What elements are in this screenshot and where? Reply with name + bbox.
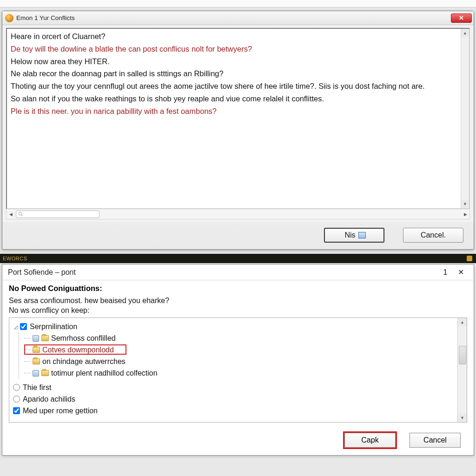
- background-app-label: EWORCS: [3, 256, 27, 261]
- window-icon: [358, 232, 366, 238]
- text-content[interactable]: Heare in orcert of Cluarnet? De toy will…: [7, 29, 461, 208]
- close-icon: ✕: [458, 268, 464, 276]
- folder-icon: [41, 370, 49, 376]
- root-checkbox[interactable]: [20, 323, 27, 330]
- close-button[interactable]: ✕: [452, 268, 469, 277]
- text-line: De toy will the dowline a blatle the can…: [11, 43, 457, 55]
- close-icon: ✕: [459, 14, 464, 21]
- option-row[interactable]: Med uper rome gettion: [13, 405, 454, 416]
- folder-icon: [33, 358, 40, 364]
- tree-item-label: totimur plent nadhillod colfection: [51, 369, 158, 377]
- search-icon: [18, 212, 23, 217]
- tree-item[interactable]: totimur plent nadhillod colfection: [13, 367, 454, 379]
- ok-label: Capk: [361, 436, 378, 444]
- ok-button[interactable]: Capk: [344, 433, 396, 448]
- titlebar[interactable]: Port Sofiende – pont 1 ✕: [2, 264, 474, 280]
- text-line: Helow now area they HITER.: [11, 56, 457, 67]
- heading: No Powed Coniguattions:: [9, 284, 467, 293]
- tree-item[interactable]: Cotves dowmponlodd: [13, 344, 454, 356]
- cancel-label: Cancel: [423, 436, 447, 444]
- option-radio[interactable]: [13, 384, 20, 391]
- text-line: Thoting aur the toy your cennflugl out a…: [11, 80, 457, 92]
- horizontal-scrollbar[interactable]: ◀ ▶: [6, 209, 470, 219]
- config-tree[interactable]: ◿ Serprnilination Semrhoss conflilled Co…: [9, 318, 457, 422]
- background-app-bar: EWORCS: [0, 254, 476, 263]
- cancel-button[interactable]: Cancel: [410, 433, 461, 448]
- tree-item-label: on chindage autwerrches: [42, 357, 126, 366]
- dialog-body: Heare in orcert of Cluarnet? De toy will…: [2, 25, 474, 222]
- ok-label: Nis: [344, 231, 355, 239]
- scroll-up-icon[interactable]: ▲: [458, 318, 467, 326]
- tree-root[interactable]: ◿ Serprnilination: [13, 321, 454, 332]
- scroll-right-icon[interactable]: ▶: [461, 209, 469, 219]
- option-radio[interactable]: [13, 396, 20, 403]
- text-line: Ple is it this neer. you in narica pabil…: [11, 106, 457, 117]
- node-icon: [33, 370, 39, 377]
- scroll-thumb[interactable]: [459, 346, 466, 364]
- scroll-down-icon[interactable]: ▼: [458, 414, 467, 422]
- scroll-up-icon[interactable]: ▲: [461, 29, 469, 37]
- tree-box: ◿ Serprnilination Semrhoss conflilled Co…: [9, 317, 467, 423]
- port-dialog: Port Sofiende – pont 1 ✕ No Powed Conigu…: [2, 264, 474, 456]
- text-line: So alan not if you the wake reathings to…: [11, 93, 457, 105]
- button-row: Nis Cancel.: [2, 222, 474, 249]
- scroll-left-icon[interactable]: ◀: [7, 209, 15, 219]
- collapse-icon[interactable]: ◿: [13, 324, 18, 329]
- text-pane: Heare in orcert of Cluarnet? De toy will…: [6, 28, 470, 209]
- option-label: Med uper rome gettion: [23, 407, 98, 415]
- tree-item-label: Cotves dowmponlodd: [42, 346, 114, 354]
- window-title: Port Sofiende – pont: [8, 268, 438, 277]
- button-row: Capk Cancel: [2, 426, 474, 455]
- option-label: Aparido achilids: [23, 395, 75, 403]
- svg-line-1: [21, 215, 23, 216]
- tree-item-label: Semrhoss conflilled: [51, 334, 116, 343]
- vertical-scrollbar[interactable]: ▲ ▼: [457, 318, 467, 422]
- folder-icon: [41, 335, 49, 341]
- text-line: Ne alab recor the doannag part in salled…: [11, 68, 457, 79]
- titlebar[interactable]: Emon 1 Yur Conflicts ✕: [2, 11, 474, 25]
- conflicts-dialog: Emon 1 Yur Conflicts ✕ Heare in orcert o…: [2, 11, 474, 250]
- option-row[interactable]: Thie first: [13, 382, 454, 393]
- scroll-down-icon[interactable]: ▼: [461, 200, 469, 208]
- tree-root-label: Serprnilination: [30, 323, 77, 331]
- option-row[interactable]: Aparido achilids: [13, 393, 454, 405]
- svg-point-0: [19, 212, 21, 215]
- tree-item[interactable]: on chindage autwerrches: [13, 356, 454, 367]
- option-checkbox[interactable]: [13, 407, 20, 414]
- sub-text: No ws cornflicy on keep:: [9, 306, 467, 315]
- cancel-label: Cancel.: [421, 231, 446, 239]
- window-count: 1: [438, 268, 452, 277]
- cancel-button[interactable]: Cancel.: [403, 228, 463, 243]
- parent-tab-strip: [0, 0, 476, 7]
- search-input[interactable]: [16, 211, 99, 218]
- folder-icon: [33, 347, 40, 353]
- sub-text: Ses arsa confioumost. hew beaised you eh…: [9, 297, 467, 305]
- window-title: Emon 1 Yur Conflicts: [16, 14, 451, 21]
- vertical-scrollbar[interactable]: ▲ ▼: [461, 29, 469, 208]
- tree-item[interactable]: Semrhoss conflilled: [13, 332, 454, 344]
- close-button[interactable]: ✕: [451, 13, 472, 23]
- option-label: Thie first: [23, 383, 51, 392]
- tray-icon: [467, 256, 472, 261]
- app-icon: [5, 14, 13, 22]
- node-icon: [33, 335, 39, 342]
- ok-button[interactable]: Nis: [324, 228, 384, 243]
- dialog-body: No Powed Coniguattions: Ses arsa confiou…: [2, 280, 474, 426]
- text-line: Heare in orcert of Cluarnet?: [11, 31, 457, 42]
